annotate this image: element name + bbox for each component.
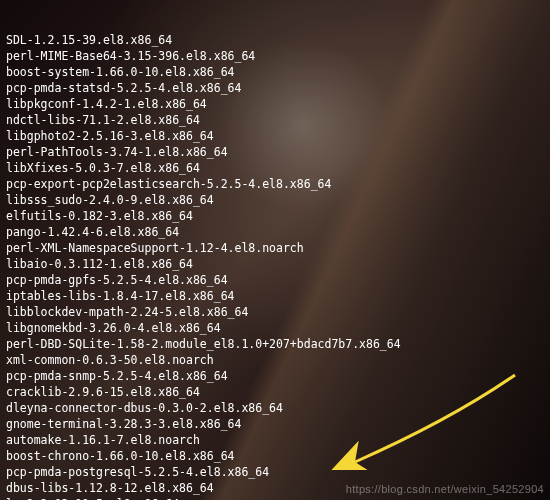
package-line: perl-MIME-Base64-3.15-396.el8.x86_64 <box>6 48 544 64</box>
package-line: cracklib-2.9.6-15.el8.x86_64 <box>6 384 544 400</box>
package-line: boost-system-1.66.0-10.el8.x86_64 <box>6 64 544 80</box>
terminal-output: SDL-1.2.15-39.el8.x86_64perl-MIME-Base64… <box>6 32 544 500</box>
package-line: boost-chrono-1.66.0-10.el8.x86_64 <box>6 448 544 464</box>
package-line: elfutils-0.182-3.el8.x86_64 <box>6 208 544 224</box>
package-line: libXfixes-5.0.3-7.el8.x86_64 <box>6 160 544 176</box>
package-line: libaio-0.3.112-1.el8.x86_64 <box>6 256 544 272</box>
package-line: ndctl-libs-71.1-2.el8.x86_64 <box>6 112 544 128</box>
package-line: libblockdev-mpath-2.24-5.el8.x86_64 <box>6 304 544 320</box>
package-line: pango-1.42.4-6.el8.x86_64 <box>6 224 544 240</box>
package-line: gnome-terminal-3.28.3-3.el8.x86_64 <box>6 416 544 432</box>
package-line: dleyna-connector-dbus-0.3.0-2.el8.x86_64 <box>6 400 544 416</box>
package-line: libgphoto2-2.5.16-3.el8.x86_64 <box>6 128 544 144</box>
package-line: libgnomekbd-3.26.0-4.el8.x86_64 <box>6 320 544 336</box>
package-line: xml-common-0.6.3-50.el8.noarch <box>6 352 544 368</box>
package-line: pcp-pmda-gpfs-5.2.5-4.el8.x86_64 <box>6 272 544 288</box>
package-line: pcp-export-pcp2elasticsearch-5.2.5-4.el8… <box>6 176 544 192</box>
package-line: SDL-1.2.15-39.el8.x86_64 <box>6 32 544 48</box>
package-line: pcp-pmda-statsd-5.2.5-4.el8.x86_64 <box>6 80 544 96</box>
terminal-window[interactable]: SDL-1.2.15-39.el8.x86_64perl-MIME-Base64… <box>0 0 550 500</box>
package-line: libsss_sudo-2.4.0-9.el8.x86_64 <box>6 192 544 208</box>
package-line: pcp-pmda-snmp-5.2.5-4.el8.x86_64 <box>6 368 544 384</box>
package-line: iptables-libs-1.8.4-17.el8.x86_64 <box>6 288 544 304</box>
package-line: libpkgconf-1.4.2-1.el8.x86_64 <box>6 96 544 112</box>
package-line: perl-DBD-SQLite-1.58-2.module_el8.1.0+20… <box>6 336 544 352</box>
package-line: perl-XML-NamespaceSupport-1.12-4.el8.noa… <box>6 240 544 256</box>
package-line: automake-1.16.1-7.el8.noarch <box>6 432 544 448</box>
package-line: pcp-pmda-postgresql-5.2.5-4.el8.x86_64 <box>6 464 544 480</box>
watermark-text: https://blog.csdn.net/weixin_54252904 <box>346 481 544 497</box>
package-line: perl-PathTools-3.74-1.el8.x86_64 <box>6 144 544 160</box>
